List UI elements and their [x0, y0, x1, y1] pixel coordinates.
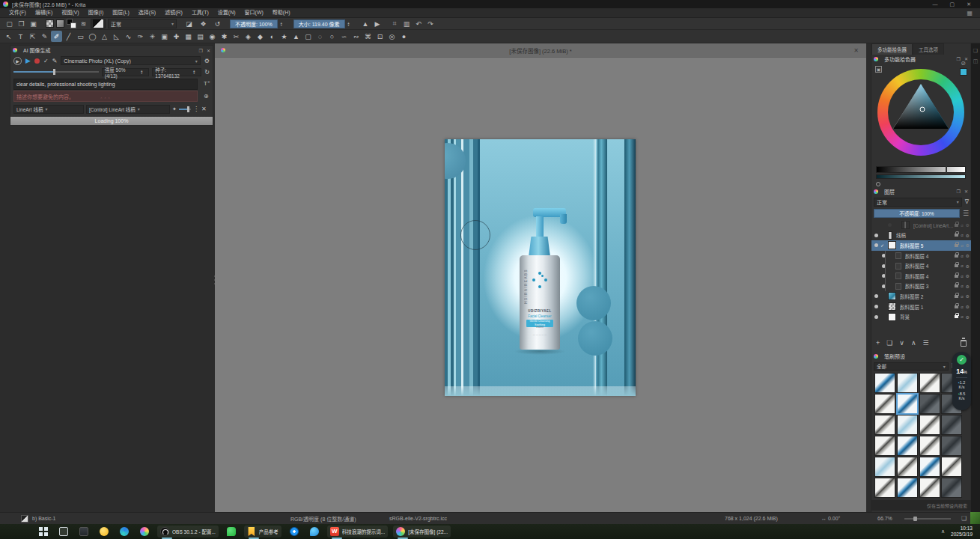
strength-slider[interactable]	[13, 71, 99, 73]
add-control-icon[interactable]: ⊕	[204, 93, 210, 100]
apply-icon[interactable]: ✓	[43, 58, 49, 64]
layer-name[interactable]: 颜料图层 4	[905, 262, 955, 270]
taskbar-item-label[interactable]: 产品参考	[259, 528, 279, 535]
layer-row[interactable]: ✓ 颜料图层 1 α ⚙	[871, 302, 971, 312]
alpha-lock-icon[interactable]: α	[961, 305, 963, 309]
tool-button[interactable]: ★	[279, 31, 290, 42]
tool-button[interactable]: ✂	[231, 31, 242, 42]
menu-item[interactable]: 文件(F)	[4, 8, 31, 17]
layer-name[interactable]: 颜料图层 4	[905, 252, 955, 260]
generate-menu-button[interactable]: ▶	[13, 57, 22, 65]
clock[interactable]: 10:13 2025/3/19	[951, 526, 973, 538]
subwindow-close-icon[interactable]: ✕	[853, 47, 859, 54]
alpha-lock-icon[interactable]: α	[961, 243, 963, 248]
taskbar-item-label[interactable]: OBS 30.1.2 - 配置...	[172, 528, 216, 535]
layer-row[interactable]: ✓ 线稿 α ⚙	[871, 231, 971, 241]
canvas-only-mode-icon[interactable]: ❏	[961, 515, 967, 522]
layer-row[interactable]: ✓ 颜料图层 4 α ⚙	[871, 271, 971, 281]
layer-properties-icon[interactable]: ⚙	[966, 304, 970, 309]
tool-button[interactable]: ∽	[338, 31, 350, 42]
app-icon[interactable]	[290, 527, 299, 536]
brush-option-icon[interactable]: ◪	[184, 19, 194, 28]
layer-name[interactable]: 线稿	[896, 231, 955, 239]
menu-item[interactable]: 选择(S)	[134, 8, 160, 17]
layer-visibility-icon[interactable]	[871, 233, 880, 238]
layer-visibility-icon[interactable]	[885, 222, 894, 228]
layer-properties-icon[interactable]: ⚙	[966, 233, 970, 238]
layer-name[interactable]: 背景	[900, 313, 955, 320]
layer-lock-icon[interactable]	[955, 264, 958, 267]
close-button[interactable]: ✕	[967, 0, 971, 8]
layer-name[interactable]: [Control] LineArt 线…	[913, 222, 955, 229]
current-color-swatch[interactable]	[960, 68, 967, 76]
control-menu-icon[interactable]: ⋮	[193, 106, 199, 112]
layer-visibility-icon[interactable]	[871, 293, 880, 299]
taskbar-item[interactable]	[97, 526, 112, 538]
tool-button[interactable]: T	[15, 31, 26, 42]
taskbar-item[interactable]	[137, 526, 152, 538]
float-docker-icon[interactable]: ❐	[957, 56, 961, 61]
file-action-icon[interactable]: ▢	[4, 19, 14, 28]
tool-button[interactable]: ○	[326, 31, 338, 42]
brush-preset-thumbnail[interactable]	[897, 394, 918, 414]
tool-button[interactable]: ◺	[111, 31, 122, 42]
taskbar-item[interactable]: OBS 30.1.2 - 配置...	[157, 526, 219, 538]
taskbar-item-label[interactable]: [未保存图像] (22...	[408, 528, 448, 535]
layer-name[interactable]: 颜料图层 2	[900, 293, 955, 300]
delete-layer-icon[interactable]	[961, 340, 967, 347]
taskbar-item[interactable]	[287, 526, 302, 538]
alpha-lock-icon[interactable]: α	[961, 223, 963, 228]
taskbar-item[interactable]: 产品参考	[244, 526, 281, 538]
negative-prompt-input[interactable]: 描述你想要避免的内容。 ⌃⌃⌃	[13, 91, 198, 102]
layer-properties-icon[interactable]: ⚙	[966, 243, 970, 248]
mirror-horizontal-icon[interactable]: ▲	[360, 19, 370, 28]
layer-properties-icon[interactable]: ⚙	[966, 264, 970, 269]
close-docker-icon[interactable]: ✕	[207, 48, 210, 53]
brush-preset-thumbnail[interactable]	[874, 373, 895, 393]
close-docker-icon[interactable]: ✕	[964, 189, 968, 194]
tool-button[interactable]: ∿	[123, 31, 134, 42]
layer-lock-icon[interactable]	[955, 234, 958, 237]
wrap-around-icon[interactable]: ⌗	[389, 19, 399, 28]
brush-option-icon[interactable]: ↺	[213, 19, 222, 28]
app-icon[interactable]	[79, 527, 88, 536]
layer-lock-icon[interactable]	[955, 224, 958, 227]
no-color-icon[interactable]: ⊘	[961, 60, 966, 67]
brush-tag-filter-select[interactable]: 全部 ▾	[874, 362, 949, 371]
brush-preset-thumbnail[interactable]	[919, 478, 940, 498]
opacity-field[interactable]: 不透明度: 100%	[230, 19, 278, 28]
document-canvas[interactable]: HSIRAIREABS UDIZRIYAEL Facial Cleanser G…	[445, 139, 636, 396]
layer-properties-icon[interactable]: ⚙	[966, 284, 970, 289]
brush-preset-thumbnail[interactable]	[919, 394, 940, 414]
alpha-lock-icon[interactable]: α	[961, 233, 963, 237]
colorspace-label[interactable]: RGB/透明度 (8 位整数/通道)	[290, 515, 356, 523]
app-icon[interactable]	[247, 527, 256, 536]
record-button[interactable]	[34, 58, 40, 64]
tool-button[interactable]: ◈	[243, 31, 254, 42]
brush-preset-thumbnail[interactable]	[919, 373, 940, 393]
tool-button[interactable]: ✎	[39, 31, 50, 42]
undo-icon[interactable]: ↶	[413, 19, 423, 28]
brush-preset-thumbnail[interactable]	[874, 478, 895, 498]
layer-name[interactable]: 颜料图层 1	[900, 303, 955, 311]
app-icon[interactable]	[59, 527, 68, 536]
layer-row[interactable]: ✓ 颜料图层 2 α ⚙	[871, 291, 971, 302]
redo-icon[interactable]: ↷	[425, 19, 435, 28]
tool-button[interactable]: ✳	[147, 31, 158, 42]
layer-opacity-slider[interactable]: 不透明度: 100%	[874, 209, 960, 218]
file-action-icon[interactable]: ▣	[28, 19, 38, 28]
layer-toolbar-button[interactable]: ❏	[886, 339, 892, 347]
resize-grip[interactable]: ⌃⌃⌃	[100, 97, 112, 101]
hsv-triangle[interactable]	[888, 79, 954, 145]
taskbar-item-label[interactable]: 科技浪潮的提示词...	[342, 528, 385, 535]
layer-visibility-icon[interactable]	[879, 273, 888, 278]
tool-button[interactable]: ⊡	[374, 31, 386, 42]
layer-visibility-icon[interactable]	[871, 243, 880, 248]
tool-button[interactable]: ◎	[386, 31, 398, 42]
layer-options-menu-icon[interactable]: ☰	[963, 210, 969, 217]
tool-button[interactable]: ◉	[207, 31, 218, 42]
app-icon[interactable]	[120, 527, 129, 536]
app-icon[interactable]	[100, 527, 109, 536]
style-model-select[interactable]: Cinematic Photo (XL) (Copy) ▾	[61, 56, 201, 65]
file-action-icon[interactable]: ❐	[16, 19, 26, 28]
